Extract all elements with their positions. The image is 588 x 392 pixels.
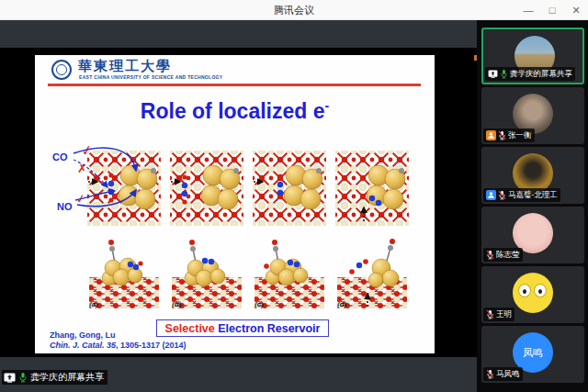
participant-tile[interactable]: 陈志莹: [481, 207, 584, 263]
person-icon: [487, 131, 495, 140]
maximize-button[interactable]: □: [546, 0, 559, 20]
screen-share-stage: 華東理工大學 EAST CHINA UNIVERSITY OF SCIENCE …: [0, 20, 477, 392]
structure-panel-bottom-d: (d): [335, 237, 409, 312]
presenter-share-label: 龚学庆的屏幕共享: [2, 370, 107, 385]
panel-label: (d): [337, 300, 346, 308]
mic-on-icon: [18, 372, 28, 383]
participant-label: 马凤鸣: [483, 367, 523, 381]
participant-label: 张一衡: [483, 129, 535, 142]
lattice-figure: [87, 151, 161, 226]
member-badge: [486, 130, 496, 140]
no-label: NO: [57, 201, 73, 212]
participant-name: 王明: [496, 309, 512, 320]
participant-tile[interactable]: 王明: [481, 266, 584, 323]
banner-rest: Electron Reservoir: [215, 322, 321, 335]
meeting-window: 腾讯会议 — □ ✕ 華東理工大學 EAST CHINA UNIVERSITY …: [0, 0, 588, 392]
mic-muted-icon: [486, 250, 494, 260]
participant-tile[interactable]: 马嘉璧-北理工: [481, 147, 584, 204]
close-button[interactable]: ✕: [570, 0, 582, 20]
participant-label: 王明: [483, 308, 514, 321]
structure-panel-bottom-b: (b): [170, 237, 243, 312]
mic-muted-icon: [498, 130, 506, 140]
participant-label: 陈志莹: [483, 248, 523, 262]
panel-label: (b): [172, 300, 181, 308]
co-label: CO: [52, 151, 68, 162]
mic-on-icon: [500, 69, 508, 79]
cartoon-eye: [518, 284, 531, 297]
participant-name: 陈志莹: [496, 250, 520, 261]
structure-panel-bottom-c: (c): [253, 237, 326, 312]
lattice-figure: [253, 151, 326, 226]
presentation-slide: 華東理工大學 EAST CHINA UNIVERSITY OF SCIENCE …: [35, 55, 435, 353]
mic-muted-icon: [486, 369, 494, 379]
participant-tile[interactable]: 张一衡: [481, 87, 584, 144]
university-name-en: EAST CHINA UNIVERSITY OF SCIENCE AND TEC…: [79, 74, 222, 80]
cluster-figure: [87, 237, 161, 312]
structure-panel-top-1: [87, 151, 161, 226]
cross-icon: ✗: [77, 162, 87, 175]
participant-label: 龚学庆的屏幕共享: [485, 67, 575, 81]
minimize-button[interactable]: —: [522, 0, 535, 20]
participant-label: 马嘉璧-北理工: [483, 188, 560, 202]
citation-reference: Chin. J. Catal. 35, 1305-1317 (2014): [50, 341, 187, 351]
participant-sidebar: 龚学庆的屏幕共享 张一衡 马嘉璧-北理工 陈志莹: [477, 20, 588, 392]
structure-panel-bottom-a: (a): [87, 237, 161, 312]
slide-title: Role of localized e-: [35, 98, 435, 124]
panel-label: (c): [254, 300, 264, 308]
participant-tile[interactable]: 凤鸣 马凤鸣: [481, 326, 584, 383]
avatar-initials: 凤鸣: [523, 346, 543, 360]
participant-name: 龚学庆的屏幕共享: [510, 69, 572, 80]
avatar: [513, 273, 553, 313]
letterbox: 華東理工大學 EAST CHINA UNIVERSITY OF SCIENCE …: [0, 48, 477, 357]
person-icon: [487, 191, 495, 199]
structure-panel-top-4: [335, 151, 409, 226]
structure-panel-top-2: [170, 151, 243, 226]
university-logo: [51, 60, 72, 80]
screen-share-icon: [488, 70, 498, 78]
panel-label: (a): [89, 300, 98, 308]
member-badge: [486, 190, 496, 200]
structure-panel-top-3: [253, 151, 326, 226]
citation: Zhang, Gong, Lu Chin. J. Catal. 35, 1305…: [50, 330, 187, 351]
cartoon-eye: [534, 284, 547, 297]
screen-share-icon: [4, 373, 16, 383]
slide-title-superscript: -: [324, 98, 329, 113]
participant-name: 张一衡: [508, 130, 532, 141]
cluster-figure: [253, 237, 326, 312]
presenter-share-name: 龚学庆的屏幕共享: [30, 371, 104, 384]
participant-name: 马凤鸣: [496, 369, 520, 380]
participant-tile-presenter[interactable]: 龚学庆的屏幕共享: [481, 28, 584, 84]
window-titlebar: 腾讯会议 — □ ✕: [0, 0, 588, 20]
window-title: 腾讯会议: [0, 4, 588, 17]
lattice-figure: [335, 151, 409, 226]
window-controls: — □ ✕: [522, 0, 582, 20]
citation-authors: Zhang, Gong, Lu: [50, 330, 187, 341]
lattice-figure: [170, 151, 243, 226]
mic-muted-icon: [498, 190, 506, 200]
university-logo-inner: [56, 64, 67, 75]
participant-name: 马嘉璧-北理工: [508, 190, 558, 201]
university-name-cn: 華東理工大學: [78, 58, 172, 75]
mic-muted-icon: [486, 309, 494, 319]
check-icon: ✓: [74, 191, 87, 207]
header-rule: [48, 84, 421, 86]
